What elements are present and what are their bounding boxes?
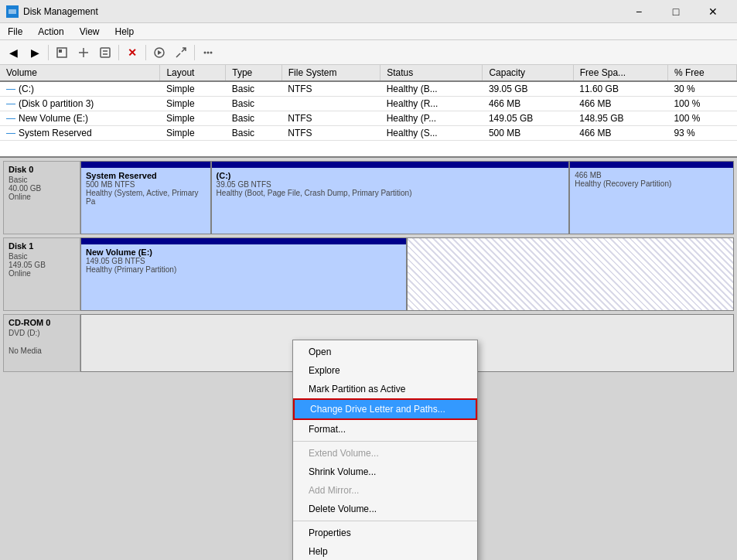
context-menu: Open Explore Mark Partition as Active Ch… (292, 340, 478, 560)
cell-capacity: 39.05 GB (483, 81, 573, 97)
cell-free: 148.95 GB (573, 111, 667, 126)
volume-table: Volume Layout Type File System Status Ca… (0, 65, 737, 158)
menu-view[interactable]: View (72, 23, 107, 40)
disk1-part-unalloc[interactable] (408, 238, 734, 310)
svg-point-8 (204, 51, 206, 53)
forward-button[interactable]: ▶ (25, 43, 45, 62)
toolbar: ◀ ▶ ✕ (0, 40, 737, 65)
cell-volume: —New Volume (E:) (0, 111, 160, 126)
disk0-part-c[interactable]: (C:) 39.05 GB NTFS Healthy (Boot, Page F… (212, 162, 571, 234)
toolbar-btn-1[interactable] (52, 43, 72, 62)
table-row[interactable]: —New Volume (E:) Simple Basic NTFS Healt… (0, 111, 737, 126)
svg-rect-4 (101, 48, 110, 57)
cell-type: Basic (226, 81, 282, 97)
menu-file[interactable]: File (0, 23, 30, 40)
minimize-button[interactable]: − (621, 0, 657, 23)
disk0-partitions: System Reserved 500 MB NTFS Healthy (Sys… (80, 161, 734, 234)
toolbar-separator-2 (118, 45, 119, 60)
cell-fs: NTFS (281, 126, 380, 141)
volumes-list: Volume Layout Type File System Status Ca… (0, 65, 737, 141)
disk1-size: 149.05 GB (9, 261, 75, 269)
col-pctfree: % Free (667, 65, 736, 81)
svg-point-9 (207, 51, 210, 53)
maximize-button[interactable]: □ (658, 0, 694, 23)
cell-type: Basic (226, 97, 282, 111)
cell-layout: Simple (160, 126, 226, 141)
disk0-part-system-reserved[interactable]: System Reserved 500 MB NTFS Healthy (Sys… (81, 162, 212, 234)
ctx-extend-volume: Extend Volume... (293, 444, 477, 463)
cell-capacity: 466 MB (483, 97, 573, 111)
disk0-part-recovery[interactable]: 466 MB Healthy (Recovery Partition) (570, 162, 733, 234)
ctx-open[interactable]: Open (293, 343, 477, 361)
ctx-properties[interactable]: Properties (293, 524, 477, 542)
cell-pct: 93 % (667, 126, 736, 141)
disk0-part1-detail: Healthy (System, Active, Primary Pa (86, 189, 206, 206)
cell-pct: 30 % (667, 81, 736, 97)
close-button[interactable]: ✕ (695, 0, 731, 23)
disk0-part2-size: 39.05 GB NTFS (217, 180, 565, 189)
cell-layout: Simple (160, 111, 226, 126)
cell-status: Healthy (S... (380, 126, 483, 141)
disk1-part1-size: 149.05 GB NTFS (86, 257, 401, 265)
toolbar-btn-delete[interactable]: ✕ (122, 43, 142, 62)
cell-fs (281, 97, 380, 111)
ctx-explore[interactable]: Explore (293, 361, 477, 380)
cell-capacity: 500 MB (483, 126, 573, 141)
svg-rect-3 (59, 50, 62, 53)
ctx-mark-active[interactable]: Mark Partition as Active (293, 380, 477, 398)
col-filesystem: File System (281, 65, 380, 81)
ctx-separator-2 (293, 521, 477, 521)
title-bar: Disk Management − □ ✕ (0, 0, 737, 23)
cell-status: Healthy (P... (380, 111, 483, 126)
ctx-shrink-volume[interactable]: Shrink Volume... (293, 463, 477, 481)
disk0-part3-size: 466 MB (575, 171, 728, 179)
col-freespace: Free Spa... (573, 65, 667, 81)
disk1-partitions: New Volume (E:) 149.05 GB NTFS Healthy (… (80, 237, 734, 311)
ctx-separator-1 (293, 441, 477, 442)
toolbar-btn-6[interactable] (198, 43, 218, 62)
ctx-change-drive-letter[interactable]: Change Drive Letter and Paths... (293, 398, 477, 420)
disk1-type: Basic (9, 252, 75, 261)
cell-volume: —(C:) (0, 81, 160, 97)
col-status: Status (380, 65, 483, 81)
cdrom0-type: DVD (D:) (9, 329, 75, 337)
table-row[interactable]: —(C:) Simple Basic NTFS Healthy (B... 39… (0, 81, 737, 97)
cell-capacity: 149.05 GB (483, 111, 573, 126)
ctx-help[interactable]: Help (293, 542, 477, 560)
disk0-part1-name: System Reserved (86, 171, 206, 180)
menu-action[interactable]: Action (30, 23, 71, 40)
disk1-part1-detail: Healthy (Primary Partition) (86, 265, 401, 274)
cell-volume: —(Disk 0 partition 3) (0, 97, 160, 111)
cdrom0-label: CD-ROM 0 DVD (D:) No Media (3, 314, 80, 372)
menu-bar: File Action View Help (0, 23, 737, 40)
disk0-status: Online (9, 193, 75, 201)
cell-type: Basic (226, 111, 282, 126)
toolbar-separator-1 (48, 45, 49, 60)
menu-help[interactable]: Help (107, 23, 142, 40)
col-type: Type (226, 65, 282, 81)
cell-pct: 100 % (667, 111, 736, 126)
disk0-size: 40.00 GB (9, 184, 75, 193)
toolbar-separator-4 (194, 45, 195, 60)
cell-free: 11.60 GB (573, 81, 667, 97)
ctx-format[interactable]: Format... (293, 420, 477, 439)
disk1-part-e[interactable]: New Volume (E:) 149.05 GB NTFS Healthy (… (81, 238, 408, 310)
toolbar-btn-2[interactable] (73, 43, 94, 62)
cell-pct: 100 % (667, 97, 736, 111)
ctx-add-mirror: Add Mirror... (293, 481, 477, 500)
toolbar-btn-4[interactable] (149, 43, 169, 62)
table-row[interactable]: —(Disk 0 partition 3) Simple Basic Healt… (0, 97, 737, 111)
ctx-delete-volume[interactable]: Delete Volume... (293, 500, 477, 518)
disk0-name: Disk 0 (9, 165, 75, 174)
disk1-status: Online (9, 269, 75, 278)
cdrom0-status: No Media (9, 347, 75, 355)
col-capacity: Capacity (483, 65, 573, 81)
table-row[interactable]: —System Reserved Simple Basic NTFS Healt… (0, 126, 737, 141)
toolbar-btn-3[interactable] (95, 43, 115, 62)
disk0-part2-detail: Healthy (Boot, Page File, Crash Dump, Pr… (217, 189, 565, 197)
back-button[interactable]: ◀ (3, 43, 23, 62)
app-icon (6, 5, 19, 18)
toolbar-btn-5[interactable] (171, 43, 191, 62)
window-controls: − □ ✕ (621, 0, 731, 23)
col-volume: Volume (0, 65, 160, 81)
